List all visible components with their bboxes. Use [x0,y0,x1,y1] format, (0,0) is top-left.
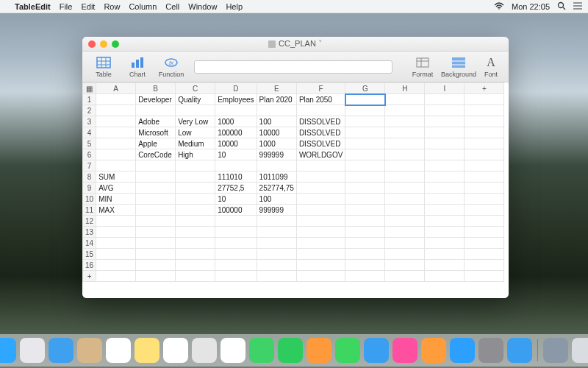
dock-appstore[interactable] [450,338,475,363]
cell-E9[interactable]: 252774,75 [257,183,296,194]
cell-C11[interactable] [176,205,215,216]
dock-finder[interactable] [0,338,16,363]
dock-mail[interactable] [49,338,74,363]
window-titlebar[interactable]: CC_PLAN ˅ [82,37,509,52]
col-header-I[interactable]: I [425,83,465,94]
menu-row[interactable]: Row [104,2,120,11]
spotlight-icon[interactable] [557,1,566,12]
row-header-6[interactable]: 6 [83,149,96,160]
chart-button[interactable]: Chart [122,55,153,78]
formula-bar[interactable] [194,60,392,74]
cell-C15[interactable] [176,249,215,260]
cell-A16[interactable] [96,260,136,271]
cell-G9[interactable] [345,183,385,194]
background-button[interactable]: Background [440,55,478,78]
dock-notes[interactable] [135,338,159,363]
cell-E3[interactable]: 100 [257,116,296,127]
cell-C13[interactable] [176,227,215,238]
cell-F2[interactable] [296,105,345,116]
cell-G6[interactable] [345,149,385,160]
cell-C1[interactable]: Quality [176,94,215,105]
cell-I13[interactable] [425,227,465,238]
dock-safari[interactable] [20,338,45,363]
cell-F13[interactable] [296,227,345,238]
cell-I2[interactable] [425,105,465,116]
dock-maps[interactable] [192,338,217,363]
cell-D5[interactable]: 10000 [215,138,257,149]
cell-E5[interactable]: 1000 [257,138,296,149]
cell-H6[interactable] [385,149,425,160]
cell-extra[interactable] [465,205,504,216]
dock-ibooks[interactable] [421,338,446,363]
dock-messages[interactable] [249,338,274,363]
cell-extra[interactable] [465,149,504,160]
cell-G3[interactable] [345,116,385,127]
window-zoom-button[interactable] [112,40,119,48]
cell-H14[interactable] [385,238,425,249]
cell-B5[interactable]: Apple [136,138,176,149]
cell-G1[interactable] [345,94,385,105]
row-header-9[interactable]: 9 [83,183,96,194]
cell-G8[interactable] [345,171,385,183]
row-header-3[interactable]: 3 [83,116,96,127]
cell-D8[interactable]: 111010 [215,171,257,183]
row-header-15[interactable]: 15 [83,249,96,260]
app-menu[interactable]: TableEdit [15,2,51,11]
row-header-12[interactable]: 12 [83,216,96,227]
menu-extras-icon[interactable] [573,2,582,11]
cell-B9[interactable] [136,183,176,194]
col-header-B[interactable]: B [136,83,176,94]
cell-A13[interactable] [96,227,136,238]
add-row[interactable]: + [83,271,96,282]
col-header-E[interactable]: E [257,83,296,94]
cell-D6[interactable]: 10 [215,149,257,160]
cell-A2[interactable] [96,105,136,116]
cell-extra[interactable] [465,138,504,149]
cell-extra[interactable] [465,260,504,271]
row-header-8[interactable]: 8 [83,171,96,183]
menu-edit[interactable]: Edit [81,2,95,11]
cell-extra[interactable] [465,194,504,205]
select-all-corner[interactable]: ▦ [83,83,96,94]
cell-D1[interactable]: Employees [215,94,257,105]
cell-C5[interactable]: Medium [176,138,215,149]
cell-G10[interactable] [345,194,385,205]
cell-C2[interactable] [176,105,215,116]
dock-facetime[interactable] [278,338,303,363]
dock-photos[interactable] [220,338,245,363]
cell-C10[interactable] [176,194,215,205]
cell-B1[interactable]: Developer [136,94,176,105]
cell-B11[interactable] [136,205,176,216]
cell-F12[interactable] [296,216,345,227]
cell-C9[interactable] [176,183,215,194]
row-header-16[interactable]: 16 [83,260,96,271]
cell-B2[interactable] [136,105,176,116]
menu-cell[interactable]: Cell [165,2,179,11]
menu-window[interactable]: Window [188,2,217,11]
col-header-F[interactable]: F [296,83,345,94]
cell-F7[interactable] [296,160,345,171]
cell-D12[interactable] [215,216,257,227]
cell-extra[interactable] [465,105,504,116]
cell-I9[interactable] [425,183,465,194]
cell-C8[interactable] [176,171,215,183]
cell-I6[interactable] [425,149,465,160]
cell-G2[interactable] [345,105,385,116]
cell-F10[interactable] [296,194,345,205]
cell-H2[interactable] [385,105,425,116]
cell-D13[interactable] [215,227,257,238]
cell-B4[interactable]: Microsoft [136,127,176,138]
cell-B7[interactable] [136,160,176,171]
cell-H16[interactable] [385,260,425,271]
cell-extra[interactable] [465,171,504,183]
cell-H13[interactable] [385,227,425,238]
cell-D15[interactable] [215,249,257,260]
cell-G7[interactable] [345,160,385,171]
cell-H5[interactable] [385,138,425,149]
wifi-icon[interactable] [494,2,504,11]
cell-C4[interactable]: Low [176,127,215,138]
cell-C3[interactable]: Very Low [176,116,215,127]
dock-itunes[interactable] [392,338,417,363]
menu-help[interactable]: Help [226,2,243,11]
cell-I4[interactable] [425,127,465,138]
